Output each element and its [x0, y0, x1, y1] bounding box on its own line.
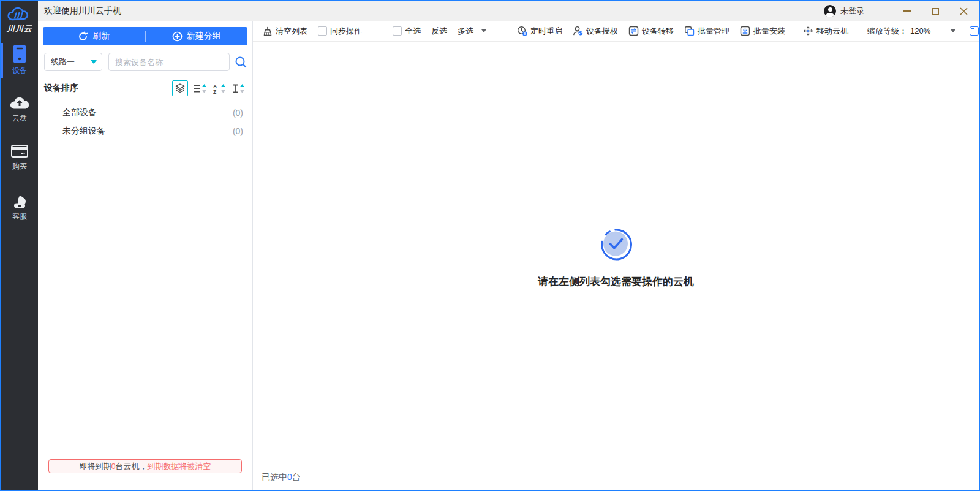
titlebar-right: 未登录: [824, 3, 979, 19]
device-auth-button[interactable]: 设备授权: [573, 26, 618, 37]
clear-list-button[interactable]: 清空列表: [263, 26, 307, 37]
user-avatar-icon[interactable]: [824, 5, 836, 17]
device-transfer-label: 设备转移: [642, 26, 674, 37]
sidebar-item-clouddisk[interactable]: 云盘: [1, 94, 38, 124]
device-transfer-icon: [628, 26, 639, 36]
group-name: 全部设备: [62, 107, 97, 118]
select-all-toggle[interactable]: 全选: [393, 26, 421, 37]
layers-icon: [175, 83, 186, 94]
app-logo: 川川云: [1, 6, 38, 34]
group-row-ungrouped[interactable]: 未分组设备 (0): [38, 122, 252, 140]
window-title: 欢迎使用川川云手机: [38, 6, 121, 17]
minimize-icon: [903, 10, 911, 12]
invert-selection-button[interactable]: 反选: [431, 26, 447, 37]
batch-install-button[interactable]: 批量安装: [740, 26, 785, 37]
titlebar: 欢迎使用川川云手机 未登录: [38, 1, 979, 21]
panel-action-bar: 刷新 新建分组: [43, 27, 247, 45]
search-button[interactable]: [235, 56, 247, 69]
main-area: 清空列表 同步操作 全选 反选 多选: [253, 21, 979, 490]
sidebar-item-support[interactable]: 客服: [1, 192, 38, 222]
login-status[interactable]: 未登录: [840, 6, 864, 17]
sort-alphabetical-button[interactable]: A Z: [213, 83, 226, 94]
device-list-panel: 刷新 新建分组 线路一: [38, 21, 253, 490]
timed-restart-label: 定时重启: [530, 26, 562, 37]
search-icon: [235, 56, 247, 69]
credit-card-icon: [1, 143, 38, 159]
move-cloud-label: 移动云机: [816, 26, 848, 37]
timed-restart-icon: B: [517, 26, 527, 36]
filter-row: 线路一: [44, 53, 247, 71]
refresh-icon: [78, 31, 88, 42]
line-select-dropdown[interactable]: 线路一: [44, 53, 102, 71]
broom-icon: [263, 26, 273, 36]
sidebar-item-devices[interactable]: 设备: [1, 44, 38, 76]
portrait-mode-toggle[interactable]: 竖屏模式: [970, 26, 980, 37]
group-row-all-devices[interactable]: 全部设备 (0): [38, 104, 252, 122]
svg-text:Z: Z: [213, 88, 216, 94]
chevron-down-icon: [91, 60, 97, 64]
timed-restart-button[interactable]: B 定时重启: [517, 26, 562, 37]
empty-state-hint: 请在左侧列表勾选需要操作的云机: [538, 275, 694, 289]
chevron-down-icon: [481, 29, 486, 32]
status-count: 0: [287, 472, 292, 482]
sort-by-group-button[interactable]: [172, 80, 188, 96]
multi-select-dropdown[interactable]: 多选: [458, 26, 486, 37]
batch-manage-icon: [684, 26, 695, 36]
sidebar-item-purchase[interactable]: 购买: [1, 143, 38, 172]
device-auth-label: 设备授权: [586, 26, 618, 37]
device-phone-icon: [1, 44, 38, 64]
zoom-level-dropdown[interactable]: 缩放等级： 120%: [867, 26, 956, 37]
selection-status: 已选中0台: [262, 472, 301, 483]
maximize-icon: [932, 8, 939, 15]
new-group-button[interactable]: 新建分组: [146, 27, 248, 45]
select-all-checkbox[interactable]: [393, 26, 402, 36]
batch-manage-button[interactable]: 批量管理: [684, 26, 729, 37]
multi-select-label: 多选: [458, 26, 473, 37]
empty-state: 请在左侧列表勾选需要操作的云机: [538, 226, 694, 289]
device-auth-icon: [573, 26, 583, 36]
batch-install-label: 批量安装: [753, 26, 785, 37]
batch-manage-label: 批量管理: [698, 26, 729, 37]
sidebar: 川川云 设备 云盘 购买: [1, 1, 38, 490]
logo-text: 川川云: [1, 23, 38, 34]
minimize-button[interactable]: [898, 3, 916, 19]
sync-operation-checkbox[interactable]: [318, 26, 327, 36]
device-group-list: 全部设备 (0) 未分组设备 (0): [38, 104, 252, 140]
close-button[interactable]: [954, 3, 973, 19]
expire-warning-banner: 即将到期0台云机，到期数据将被清空: [48, 459, 242, 473]
sidebar-item-label: 客服: [1, 211, 38, 222]
sort-icons: A Z: [172, 80, 245, 96]
sidebar-item-label: 购买: [1, 161, 38, 172]
warning-text: 即将到期: [79, 461, 111, 472]
sort-by-list-button[interactable]: [194, 83, 207, 94]
maximize-button[interactable]: [926, 3, 944, 19]
sync-operation-toggle[interactable]: 同步操作: [318, 26, 362, 37]
refresh-label: 刷新: [92, 31, 110, 42]
group-count: (0): [233, 126, 243, 136]
cloud-upload-icon: [1, 94, 38, 112]
group-count: (0): [233, 108, 243, 118]
new-group-label: 新建分组: [187, 31, 221, 42]
close-icon: [960, 7, 968, 15]
sync-operation-label: 同步操作: [330, 26, 362, 37]
warning-count: 0: [111, 462, 115, 471]
group-name: 未分组设备: [62, 126, 105, 137]
warning-text: 台云机，: [116, 461, 148, 472]
cloud-logo-icon: [1, 6, 38, 23]
warning-text: 到期数据将被清空: [148, 461, 211, 472]
search-input[interactable]: [108, 53, 230, 71]
move-cloud-button[interactable]: 移动云机: [803, 26, 848, 37]
customer-service-icon: [1, 192, 38, 210]
batch-install-icon: [740, 26, 750, 36]
zoom-level-label: 缩放等级：: [867, 26, 907, 37]
az-sort-icon: A Z: [213, 83, 226, 94]
chevron-down-icon: [951, 29, 956, 32]
sort-by-height-button[interactable]: [232, 83, 245, 94]
device-transfer-button[interactable]: 设备转移: [628, 26, 674, 37]
svg-text:B: B: [524, 32, 526, 36]
clear-list-label: 清空列表: [276, 26, 307, 37]
sidebar-item-label: 设备: [1, 66, 38, 76]
move-icon: [803, 26, 813, 36]
refresh-button[interactable]: 刷新: [43, 27, 145, 45]
sort-row: 设备排序 A: [44, 80, 245, 96]
